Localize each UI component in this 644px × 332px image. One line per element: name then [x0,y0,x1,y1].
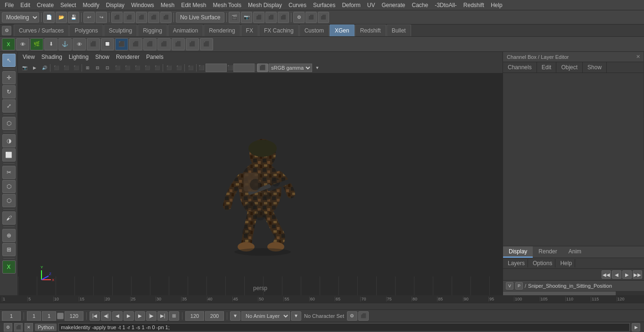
play-btn[interactable]: ▶ [124,311,134,321]
vp-gamma-select[interactable]: sRGB gamma [269,64,312,72]
vp-xray-btn[interactable]: ⬛ [142,64,152,72]
menu-curves[interactable]: Curves [286,1,309,9]
extrude-tool[interactable]: ⬡ [2,180,16,193]
tick-65[interactable]: 65 [335,297,360,301]
command-input[interactable] [58,323,630,332]
render2-btn[interactable]: 📷 [241,12,252,23]
tick-55[interactable]: 55 [283,297,309,301]
vp-tex-btn[interactable]: ⬛ [113,64,122,72]
view3-btn[interactable]: ⬛ [318,12,329,23]
tick-1[interactable]: 1 [2,297,27,301]
undo-btn[interactable]: ↩ [83,12,95,23]
settings-btn[interactable]: ⚙ [293,12,305,23]
xgen-btn-12[interactable]: ⬛ [157,38,171,50]
menu-surfaces[interactable]: Surfaces [310,1,338,9]
layer-scrollbar[interactable] [503,292,644,295]
menu-help[interactable]: Help [488,1,505,9]
tick-60[interactable]: 60 [309,297,335,301]
xgen-btn-9[interactable]: ⬛ [115,38,128,50]
xgen-btn-5[interactable]: ⚓ [58,38,72,50]
tab-rigging[interactable]: Rigging [138,24,167,36]
tab-fx-caching[interactable]: FX Caching [259,24,299,36]
xgen-btn-10[interactable]: ⬛ [129,38,142,50]
tick-95[interactable]: 95 [488,297,514,301]
vp-menu-shading[interactable]: Shading [39,53,65,61]
loop-btn[interactable]: ⊞ [169,311,179,321]
show-hide-tool[interactable]: ⊕ [2,229,16,242]
tick-105[interactable]: 105 [540,297,565,301]
vp-cam-btn[interactable]: 📷 [20,64,29,72]
vp-shadow-btn[interactable]: ⬛ [132,64,142,72]
menu-generate[interactable]: Generate [379,1,408,9]
tick-100[interactable]: 100 [514,297,539,301]
go-start-btn[interactable]: |◀ [90,311,100,321]
xgen-btn-1[interactable]: X [2,38,15,50]
tick-85[interactable]: 85 [437,297,462,301]
vp-light-btn[interactable]: ⬛ [123,64,132,72]
menu-redshift[interactable]: Redshift [461,1,487,9]
vp-scale-field[interactable]: 1.00 [233,64,255,72]
char-set-settings-btn[interactable]: ⚙ [347,311,357,321]
range-end-field[interactable]: 200 [185,311,204,321]
layer-menu-options[interactable]: Options [530,259,555,267]
tick-5[interactable]: 5 [27,297,53,301]
tick-115[interactable]: 115 [591,297,616,301]
layer-end-btn[interactable]: ▶▶ [633,270,642,279]
anim-layer-arrow[interactable]: ▼ [230,311,240,321]
snap2-btn[interactable]: ⬛ [160,12,172,23]
current-frame2-field[interactable]: 1 [42,311,56,321]
live-surface-btn[interactable]: No Live Surface [176,12,224,23]
lasso-tool[interactable]: ⬡ [2,117,16,130]
move-tool[interactable]: ✛ [2,71,16,84]
anim-layer-select[interactable]: No Anim Layer [241,311,290,321]
isolate-tool[interactable]: ⊞ [2,243,16,256]
new-scene-btn[interactable]: 📄 [43,12,55,23]
paint-tool[interactable]: 🖌 [2,211,16,225]
vp-menu-panels[interactable]: Panels [143,53,166,61]
channel-tab-object[interactable]: Object [556,62,583,73]
menu-file[interactable]: File [2,1,17,9]
xgen-btn-14[interactable]: ⬛ [186,38,199,50]
menu-modify[interactable]: Modify [80,1,102,9]
vp-hud-btn[interactable]: ⬛ [186,64,195,72]
vp-sound-btn[interactable]: 🔊 [40,64,49,72]
menu-windows[interactable]: Windows [128,1,157,9]
vp-render2-btn[interactable]: ⬛ [174,64,183,72]
vp-sel-mask-btn[interactable]: ⬛ [51,64,61,72]
timeline-bar[interactable] [0,303,644,309]
tab-animation[interactable]: Animation [168,24,203,36]
vp-comp-btn[interactable]: ⬛ [61,64,71,72]
script-icon[interactable]: ⚙ [4,323,12,332]
rotate-tool[interactable]: ↻ [2,85,16,98]
vp-menu-renderer[interactable]: Renderer [113,53,142,61]
tick-120[interactable]: 120 [617,297,642,301]
char-set-arrow[interactable]: ▼ [291,311,301,321]
tick-75[interactable]: 75 [386,297,412,301]
xgen-btn-2[interactable]: 👁 [16,38,29,50]
snap-btn[interactable]: ⬛ [148,12,159,23]
menu-cache[interactable]: Cache [409,1,431,9]
layer-item[interactable]: V P / Sniper_Shooting_in_Sitting_Positio… [503,281,644,292]
channel-tab-show[interactable]: Show [583,62,607,73]
layer-menu-layers[interactable]: Layers [505,259,528,267]
close-icon[interactable]: ✕ [25,323,33,332]
go-end-btn[interactable]: ▶| [157,311,168,321]
menu-uv[interactable]: UV [364,1,378,9]
next-key-btn[interactable]: |▶ [146,311,157,321]
end-frame-field[interactable]: 120 [65,311,83,321]
menu-mesh-tools[interactable]: Mesh Tools [210,1,244,9]
script-run-btn[interactable]: ▶ [632,323,640,332]
component-tool[interactable]: ⬜ [2,148,16,162]
start-frame-field[interactable]: 1 [27,311,41,321]
multi-cut-tool[interactable]: ✂ [2,166,16,179]
tab-settings-btn[interactable]: ⚙ [2,26,11,35]
vp-gamma-arrow[interactable]: ▼ [313,64,322,72]
vp-shade-btn[interactable]: ⊡ [103,64,112,72]
xgen-btn-4[interactable]: ⬇ [44,38,58,50]
viewport-icon[interactable]: ⬛ [14,323,23,332]
next-frame-btn[interactable]: ▶ [135,311,145,321]
select-tool[interactable]: ↖ [2,54,16,67]
xgen-btn-11[interactable]: ⬛ [143,38,157,50]
tab-rendering[interactable]: Rendering [204,24,240,36]
tab-redshift[interactable]: Redshift [355,24,386,36]
